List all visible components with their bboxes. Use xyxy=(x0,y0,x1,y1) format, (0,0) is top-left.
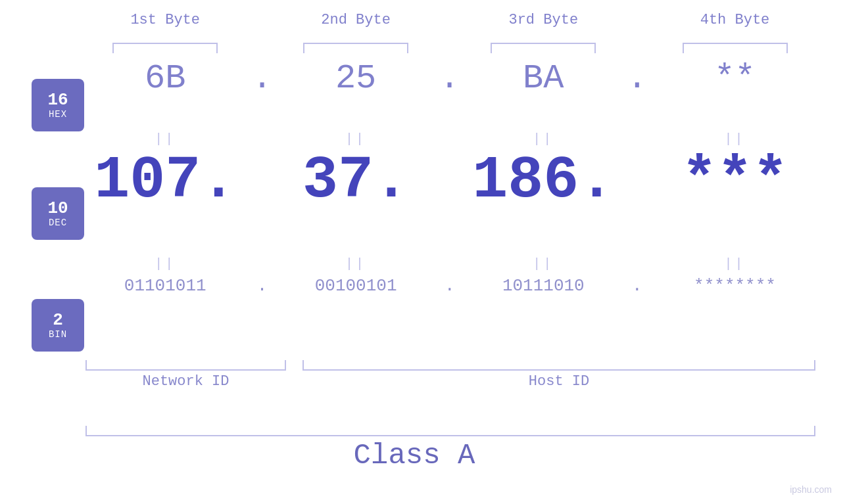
eq2-byte4: || xyxy=(654,256,815,271)
hex-byte1: 6B xyxy=(85,59,245,98)
bin-byte2: 00100101 xyxy=(279,276,433,296)
dec-byte3: 186. xyxy=(467,151,620,210)
network-id-label: Network ID xyxy=(85,373,286,390)
byte1-header: 1st Byte xyxy=(85,12,245,28)
bin-values-row: 01101011 . 00100101 . 10111010 . *******… xyxy=(85,276,815,296)
dec-byte1: 107. xyxy=(85,151,245,210)
dec-values-row: 107. 37. 186. *** xyxy=(85,151,815,210)
full-bottom-bracket xyxy=(85,426,815,436)
dec-badge-label: DEC xyxy=(49,218,67,228)
top-brackets-row xyxy=(85,43,815,53)
bin-badge-label: BIN xyxy=(49,329,67,340)
byte1-top-bracket xyxy=(85,43,245,53)
equals-row-2: || || || || xyxy=(85,256,815,271)
hex-byte2: 25 xyxy=(279,59,433,98)
hex-dot2: . xyxy=(433,59,467,98)
hex-badge-number: 16 xyxy=(47,91,68,110)
byte3-header: 3rd Byte xyxy=(467,12,620,28)
byte2-header: 2nd Byte xyxy=(279,12,433,28)
dec-badge-number: 10 xyxy=(47,199,68,218)
network-id-bracket xyxy=(85,360,286,371)
bin-byte1: 01101011 xyxy=(85,276,245,296)
host-id-label: Host ID xyxy=(302,373,815,390)
byte3-top-bracket xyxy=(467,43,620,53)
bin-dot2: . xyxy=(433,276,467,296)
class-label: Class A xyxy=(0,439,829,472)
eq1-byte3: || xyxy=(467,131,620,147)
eq1-byte2: || xyxy=(279,131,433,147)
hex-dot3: . xyxy=(620,59,654,98)
byte-headers-row: 1st Byte 2nd Byte 3rd Byte 4th Byte xyxy=(85,12,815,28)
host-id-bracket xyxy=(302,360,815,371)
hex-dot1: . xyxy=(245,59,279,98)
hex-values-row: 6B . 25 . BA . ** xyxy=(85,59,815,98)
page-container: 16 HEX 10 DEC 2 BIN 1st Byte 2nd Byte 3r… xyxy=(0,0,845,504)
bin-byte3: 10111010 xyxy=(467,276,620,296)
hex-byte3: BA xyxy=(467,59,620,98)
hex-badge-label: HEX xyxy=(49,109,67,120)
bin-badge-number: 2 xyxy=(53,311,63,330)
byte4-header: 4th Byte xyxy=(654,12,815,28)
equals-row-1: || || || || xyxy=(85,131,815,147)
dec-byte4: *** xyxy=(654,151,815,210)
eq2-byte1: || xyxy=(85,256,245,271)
eq2-byte2: || xyxy=(279,256,433,271)
eq2-byte3: || xyxy=(467,256,620,271)
eq1-byte1: || xyxy=(85,131,245,147)
hex-byte4: ** xyxy=(654,59,815,98)
byte4-top-bracket xyxy=(654,43,815,53)
watermark: ipshu.com xyxy=(790,484,832,495)
bin-badge: 2 BIN xyxy=(32,299,84,352)
dec-byte2: 37. xyxy=(279,151,433,210)
hex-badge: 16 HEX xyxy=(32,79,84,131)
eq1-byte4: || xyxy=(654,131,815,147)
bin-dot1: . xyxy=(245,276,279,296)
dec-badge: 10 DEC xyxy=(32,187,84,240)
bin-dot3: . xyxy=(620,276,654,296)
bin-byte4: ******** xyxy=(654,276,815,296)
byte2-top-bracket xyxy=(279,43,433,53)
